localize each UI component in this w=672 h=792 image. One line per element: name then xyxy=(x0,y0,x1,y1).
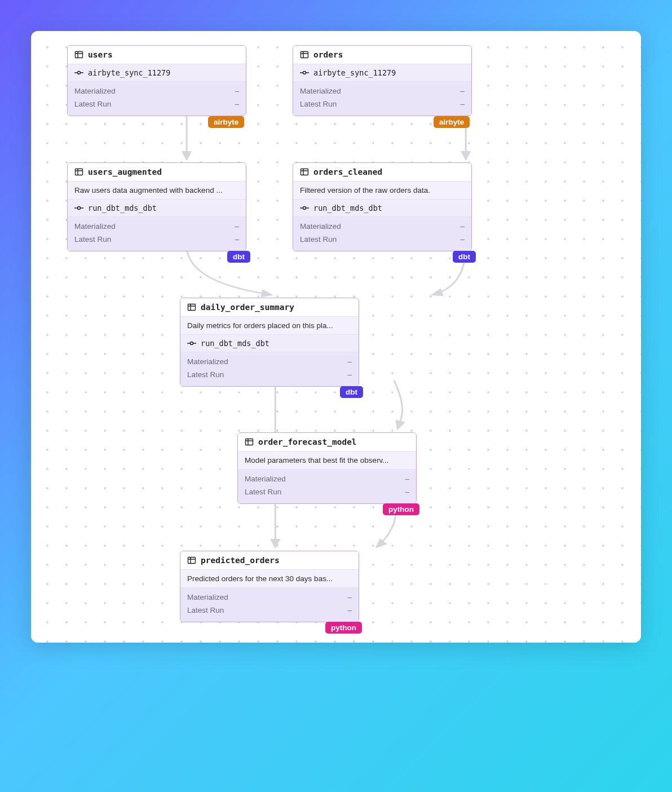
commit-icon xyxy=(300,68,309,77)
materialized-value: – xyxy=(347,591,352,604)
latest-run-label: Latest Run xyxy=(187,604,224,617)
node-description: Filtered version of the raw orders data. xyxy=(293,182,471,200)
node-description: Daily metrics for orders placed on this … xyxy=(180,317,359,335)
node-meta: Materialized– Latest Run– xyxy=(68,217,246,251)
materialized-label: Materialized xyxy=(300,220,341,233)
latest-run-label: Latest Run xyxy=(74,98,111,111)
materialized-value: – xyxy=(460,220,465,233)
node-meta: Materialized– Latest Run– xyxy=(180,588,359,622)
latest-run-label: Latest Run xyxy=(300,98,337,111)
badge-python: python xyxy=(325,622,362,634)
node-header: order_forecast_model xyxy=(238,433,416,452)
node-header: daily_order_summary xyxy=(180,298,359,317)
latest-run-value: – xyxy=(235,233,239,246)
svg-rect-24 xyxy=(188,304,196,311)
materialized-label: Materialized xyxy=(245,473,286,486)
latest-run-label: Latest Run xyxy=(245,486,281,499)
table-icon xyxy=(74,167,83,176)
materialized-value: – xyxy=(347,356,352,369)
latest-run-label: Latest Run xyxy=(187,369,224,382)
latest-run-value: – xyxy=(235,98,239,111)
materialized-label: Materialized xyxy=(187,356,228,369)
node-header: orders_cleaned xyxy=(293,163,471,182)
node-run-label: airbyte_sync_11279 xyxy=(313,68,396,77)
node-title: users_augmented xyxy=(88,167,162,176)
node-run-row: run_dbt_mds_dbt xyxy=(293,200,471,217)
node-title: predicted_orders xyxy=(201,556,280,565)
materialized-label: Materialized xyxy=(187,591,228,604)
svg-rect-33 xyxy=(188,558,196,564)
svg-rect-12 xyxy=(76,169,83,175)
node-header: users xyxy=(68,46,246,64)
node-predicted-orders[interactable]: predicted_orders Predicted orders for th… xyxy=(180,551,359,622)
materialized-value: – xyxy=(235,220,239,233)
node-meta: Materialized– Latest Run– xyxy=(238,470,416,503)
materialized-label: Materialized xyxy=(74,85,116,98)
badge-dbt: dbt xyxy=(340,386,363,398)
table-icon xyxy=(300,167,309,176)
node-run-row: airbyte_sync_11279 xyxy=(68,64,246,82)
svg-rect-18 xyxy=(301,169,308,175)
node-header: predicted_orders xyxy=(180,551,359,570)
node-meta: Materialized– Latest Run– xyxy=(293,82,471,116)
node-order-forecast-model[interactable]: order_forecast_model Model parameters th… xyxy=(237,432,417,504)
node-title: order_forecast_model xyxy=(258,437,357,446)
badge-dbt: dbt xyxy=(227,251,250,263)
badge-dbt: dbt xyxy=(453,251,476,263)
latest-run-value: – xyxy=(347,604,352,617)
materialized-label: Materialized xyxy=(74,220,116,233)
commit-icon xyxy=(300,203,309,213)
node-description: Model parameters that best fit the obser… xyxy=(238,452,416,470)
commit-icon xyxy=(187,339,196,348)
svg-rect-6 xyxy=(301,52,308,58)
node-run-label: run_dbt_mds_dbt xyxy=(88,203,157,213)
materialized-value: – xyxy=(460,85,465,98)
table-icon xyxy=(187,556,196,565)
commit-icon xyxy=(74,203,83,213)
node-run-row: run_dbt_mds_dbt xyxy=(68,200,246,217)
node-daily-order-summary[interactable]: daily_order_summary Daily metrics for or… xyxy=(180,298,359,387)
node-users[interactable]: users airbyte_sync_11279 Materialized– L… xyxy=(67,45,246,116)
node-header: orders xyxy=(293,46,471,64)
node-meta: Materialized– Latest Run– xyxy=(180,352,359,386)
materialized-value: – xyxy=(235,85,239,98)
latest-run-value: – xyxy=(347,369,352,382)
svg-rect-0 xyxy=(76,52,83,58)
node-orders-cleaned[interactable]: orders_cleaned Filtered version of the r… xyxy=(293,162,472,251)
dag-canvas[interactable]: users airbyte_sync_11279 Materialized– L… xyxy=(31,31,641,643)
svg-point-27 xyxy=(191,342,193,345)
svg-point-15 xyxy=(78,207,81,210)
commit-icon xyxy=(74,68,83,77)
node-title: orders xyxy=(313,50,343,59)
svg-point-21 xyxy=(303,207,306,210)
materialized-value: – xyxy=(405,473,409,486)
badge-airbyte: airbyte xyxy=(208,116,244,128)
node-description: Predicted orders for the next 30 days ba… xyxy=(180,570,359,588)
latest-run-value: – xyxy=(460,98,465,111)
node-header: users_augmented xyxy=(68,163,246,182)
node-users-augmented[interactable]: users_augmented Raw users data augmented… xyxy=(67,162,246,251)
node-run-label: run_dbt_mds_dbt xyxy=(201,339,269,348)
svg-rect-30 xyxy=(246,439,253,445)
node-run-label: airbyte_sync_11279 xyxy=(88,68,170,77)
badge-airbyte: airbyte xyxy=(434,116,470,128)
node-description: Raw users data augmented with backend ..… xyxy=(68,182,246,200)
latest-run-label: Latest Run xyxy=(74,233,111,246)
node-meta: Materialized– Latest Run– xyxy=(68,82,246,116)
table-icon xyxy=(187,303,196,312)
node-orders[interactable]: orders airbyte_sync_11279 Materialized– … xyxy=(293,45,472,116)
badge-python: python xyxy=(383,503,419,515)
latest-run-label: Latest Run xyxy=(300,233,337,246)
svg-point-3 xyxy=(78,72,81,74)
node-title: daily_order_summary xyxy=(201,303,294,312)
table-icon xyxy=(300,50,309,59)
node-title: users xyxy=(88,50,113,59)
node-run-row: run_dbt_mds_dbt xyxy=(180,335,359,352)
node-run-row: airbyte_sync_11279 xyxy=(293,64,471,82)
materialized-label: Materialized xyxy=(300,85,341,98)
latest-run-value: – xyxy=(460,233,465,246)
node-run-label: run_dbt_mds_dbt xyxy=(313,203,382,213)
node-title: orders_cleaned xyxy=(313,167,382,176)
node-meta: Materialized– Latest Run– xyxy=(293,217,471,251)
table-icon xyxy=(74,50,83,59)
